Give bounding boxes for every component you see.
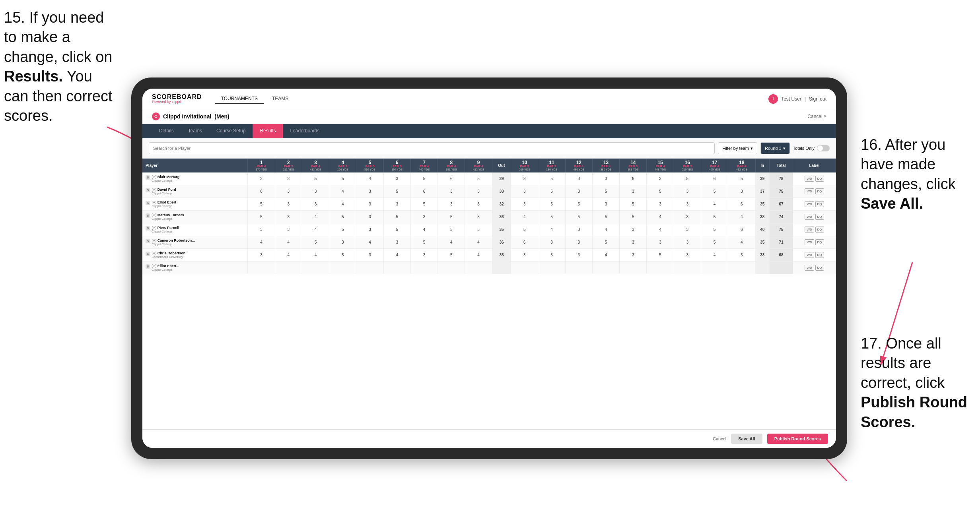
score-h18[interactable]: 3 [728, 185, 755, 198]
score-h6[interactable]: 5 [383, 223, 410, 236]
score-h10[interactable]: 3 [511, 172, 538, 185]
score-h11[interactable]: 5 [538, 198, 565, 211]
score-h1[interactable]: 3 [248, 172, 275, 185]
tab-details[interactable]: Details [152, 124, 181, 138]
score-h5[interactable] [356, 262, 383, 274]
score-h3[interactable]: 4 [302, 211, 329, 223]
score-h12[interactable] [565, 262, 592, 274]
score-h4[interactable]: 5 [329, 211, 356, 223]
tab-teams[interactable]: Teams [181, 124, 209, 138]
score-h14[interactable] [620, 262, 647, 274]
wd-button[interactable]: WD [805, 265, 814, 271]
score-h2[interactable]: 3 [275, 172, 302, 185]
tab-course-setup[interactable]: Course Setup [209, 124, 253, 138]
score-h17[interactable]: 5 [701, 236, 728, 249]
score-h1[interactable]: 3 [248, 249, 275, 262]
score-h11[interactable]: 5 [538, 172, 565, 185]
round-dropdown[interactable]: Round 3 ▾ [760, 142, 790, 154]
score-h12[interactable]: 5 [565, 198, 592, 211]
score-h7[interactable]: 5 [410, 236, 438, 249]
score-h3[interactable] [302, 262, 329, 274]
dq-button[interactable]: DQ [815, 188, 824, 194]
score-h18[interactable]: 6 [728, 223, 755, 236]
score-h12[interactable]: 3 [565, 249, 592, 262]
score-h18[interactable]: 4 [728, 211, 755, 223]
score-h15[interactable]: 4 [647, 211, 674, 223]
score-h12[interactable]: 3 [565, 185, 592, 198]
score-h8[interactable]: 3 [438, 185, 465, 198]
score-h1[interactable]: 3 [248, 223, 275, 236]
score-h2[interactable] [275, 262, 302, 274]
score-h18[interactable] [728, 262, 755, 274]
score-h13[interactable]: 5 [592, 236, 619, 249]
score-h8[interactable]: 5 [438, 211, 465, 223]
score-h1[interactable]: 6 [248, 185, 275, 198]
score-h11[interactable]: 4 [538, 223, 565, 236]
score-h11[interactable]: 5 [538, 249, 565, 262]
score-h18[interactable]: 3 [728, 249, 755, 262]
score-h18[interactable]: 5 [728, 172, 755, 185]
totals-toggle-switch[interactable] [817, 145, 830, 151]
score-h2[interactable]: 3 [275, 223, 302, 236]
score-h9[interactable]: 3 [465, 211, 492, 223]
score-h15[interactable]: 3 [647, 172, 674, 185]
score-h5[interactable]: 3 [356, 249, 383, 262]
dq-button[interactable]: DQ [815, 239, 824, 245]
score-h9[interactable]: 4 [465, 236, 492, 249]
score-h11[interactable]: 5 [538, 211, 565, 223]
score-h7[interactable]: 3 [410, 249, 438, 262]
score-h4[interactable]: 5 [329, 249, 356, 262]
score-h14[interactable]: 5 [620, 211, 647, 223]
score-h7[interactable] [410, 262, 438, 274]
score-h5[interactable]: 3 [356, 198, 383, 211]
score-h4[interactable] [329, 262, 356, 274]
score-h4[interactable]: 5 [329, 172, 356, 185]
score-h7[interactable]: 5 [410, 198, 438, 211]
score-h16[interactable]: 3 [674, 198, 701, 211]
score-h15[interactable]: 3 [647, 236, 674, 249]
score-h14[interactable]: 3 [620, 249, 647, 262]
publish-round-scores-button[interactable]: Publish Round Scores [767, 434, 828, 444]
score-h15[interactable]: 4 [647, 223, 674, 236]
score-h10[interactable]: 6 [511, 236, 538, 249]
score-h6[interactable] [383, 262, 410, 274]
score-h17[interactable]: 6 [701, 172, 728, 185]
score-h8[interactable]: 3 [438, 223, 465, 236]
score-h5[interactable]: 3 [356, 185, 383, 198]
score-h3[interactable]: 4 [302, 249, 329, 262]
score-h4[interactable]: 3 [329, 236, 356, 249]
score-h2[interactable]: 3 [275, 198, 302, 211]
score-h7[interactable]: 4 [410, 223, 438, 236]
score-h13[interactable]: 3 [592, 198, 619, 211]
score-h17[interactable]: 4 [701, 249, 728, 262]
dq-button[interactable]: DQ [815, 265, 824, 271]
score-h4[interactable]: 4 [329, 198, 356, 211]
score-h13[interactable] [592, 262, 619, 274]
tab-results[interactable]: Results [253, 124, 283, 138]
score-h8[interactable] [438, 262, 465, 274]
score-h15[interactable] [647, 262, 674, 274]
score-h2[interactable]: 3 [275, 211, 302, 223]
score-h6[interactable]: 3 [383, 172, 410, 185]
score-h14[interactable]: 3 [620, 185, 647, 198]
score-h16[interactable]: 3 [674, 211, 701, 223]
score-h13[interactable]: 3 [592, 172, 619, 185]
tab-leaderboards[interactable]: Leaderboards [283, 124, 327, 138]
score-h16[interactable]: 3 [674, 185, 701, 198]
score-h7[interactable]: 3 [410, 211, 438, 223]
score-h15[interactable]: 5 [647, 185, 674, 198]
score-h16[interactable]: 5 [674, 172, 701, 185]
score-h6[interactable]: 3 [383, 198, 410, 211]
score-h9[interactable]: 5 [465, 172, 492, 185]
score-h13[interactable]: 5 [592, 185, 619, 198]
score-h9[interactable]: 3 [465, 198, 492, 211]
wd-button[interactable]: WD [805, 214, 814, 220]
score-h12[interactable]: 3 [565, 172, 592, 185]
score-h14[interactable]: 3 [620, 223, 647, 236]
score-h18[interactable]: 4 [728, 236, 755, 249]
score-h13[interactable]: 5 [592, 211, 619, 223]
score-h6[interactable]: 4 [383, 249, 410, 262]
score-h16[interactable]: 3 [674, 236, 701, 249]
score-h11[interactable]: 5 [538, 185, 565, 198]
wd-button[interactable]: WD [805, 252, 814, 258]
